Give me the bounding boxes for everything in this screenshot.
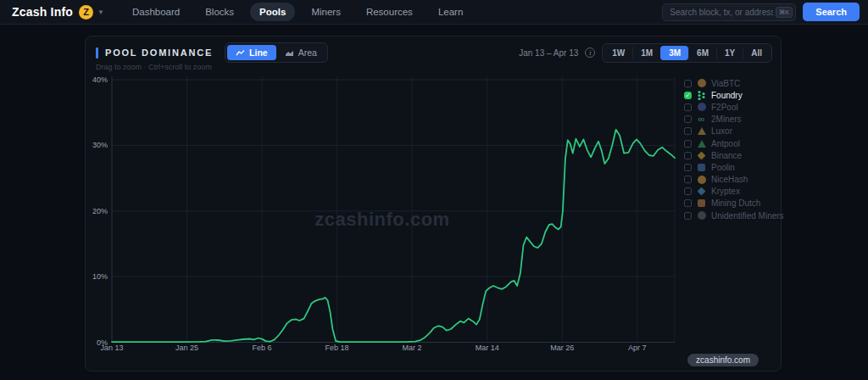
legend-checkbox[interactable]	[684, 212, 692, 220]
legend-item-2miners[interactable]: ∞2Miners	[684, 114, 784, 126]
nav-item-dashboard[interactable]: Dashboard	[123, 3, 189, 21]
legend-checkbox[interactable]	[684, 199, 692, 207]
legend-checkbox[interactable]	[684, 103, 692, 111]
brand-name: Zcash Info	[12, 5, 73, 19]
legend-checkbox[interactable]	[684, 127, 692, 135]
legend-label: Antpool	[711, 139, 740, 148]
keyboard-shortcut-badge: ⌘K	[776, 7, 793, 18]
svg-text:Apr 7: Apr 7	[628, 344, 647, 352]
svg-text:30%: 30%	[92, 141, 108, 149]
svg-text:Jan 13: Jan 13	[100, 344, 123, 352]
svg-text:10%: 10%	[92, 272, 108, 281]
svg-text:zcashinfo.com: zcashinfo.com	[314, 209, 449, 230]
legend-item-luxor[interactable]: Luxor	[684, 126, 784, 137]
legend-label: Mining Dutch	[711, 198, 760, 208]
chevron-down-icon[interactable]: ▼	[97, 8, 104, 16]
pool-legend: ViaBTC✓FoundryF2Pool∞2MinersLuxorAntpool…	[684, 77, 784, 221]
legend-checkbox[interactable]	[684, 152, 692, 159]
svg-text:Mar 26: Mar 26	[550, 344, 574, 352]
luxor-icon	[697, 126, 706, 136]
unidentified-miners-icon	[697, 211, 706, 221]
legend-checkbox[interactable]	[684, 140, 692, 148]
svg-text:Feb 18: Feb 18	[326, 344, 349, 352]
svg-text:Mar 2: Mar 2	[403, 344, 422, 352]
legend-checkbox[interactable]	[684, 176, 692, 183]
legend-item-kryptex[interactable]: Kryptex	[684, 186, 784, 198]
foundry-icon	[697, 91, 706, 100]
legend-item-foundry[interactable]: ✓Foundry	[684, 89, 784, 101]
mining-dutch-icon	[697, 198, 706, 208]
legend-checkbox[interactable]	[684, 80, 692, 87]
legend-item-antpool[interactable]: Antpool	[684, 137, 784, 149]
binance-icon	[697, 151, 706, 160]
legend-item-poolin[interactable]: Poolin	[684, 161, 784, 173]
legend-checkbox[interactable]	[684, 187, 692, 195]
svg-text:20%: 20%	[92, 207, 108, 215]
legend-checkbox[interactable]	[684, 115, 692, 123]
legend-item-mining-dutch[interactable]: Mining Dutch	[684, 198, 784, 210]
f2pool-icon	[697, 103, 706, 112]
svg-text:Feb 6: Feb 6	[253, 344, 272, 352]
dominance-chart[interactable]: 0%10%20%30%40%Jan 13Jan 25Feb 6Feb 18Mar…	[86, 36, 782, 372]
legend-label: Kryptex	[711, 187, 740, 196]
legend-label: Unidentified Miners	[711, 211, 784, 221]
nav-right: ⌘K Search	[662, 3, 860, 21]
legend-label: Luxor	[711, 126, 732, 136]
top-nav: Zcash Info Z ▼ DashboardBlocksPoolsMiner…	[0, 0, 868, 25]
zcash-logo-icon: Z	[79, 5, 93, 20]
legend-checkbox[interactable]	[684, 164, 692, 171]
legend-item-f2pool[interactable]: F2Pool	[684, 101, 784, 113]
nav-item-learn[interactable]: Learn	[429, 3, 472, 21]
nav-item-pools[interactable]: Pools	[250, 3, 295, 21]
legend-item-unidentified-miners[interactable]: Unidentified Miners	[684, 210, 784, 221]
legend-label: Poolin	[711, 163, 735, 172]
search-button[interactable]: Search	[803, 3, 860, 21]
pool-dominance-card: POOL DOMINANCE Line Area Jan 13 – Apr 13…	[85, 36, 782, 372]
svg-text:Jan 25: Jan 25	[175, 344, 198, 352]
nicehash-icon	[697, 175, 706, 184]
viabtc-icon	[697, 79, 706, 88]
svg-text:40%: 40%	[92, 75, 108, 84]
legend-label: NiceHash	[711, 175, 748, 184]
brand[interactable]: Zcash Info Z ▼	[12, 5, 104, 20]
svg-text:Mar 14: Mar 14	[476, 344, 499, 352]
poolin-icon	[697, 163, 706, 172]
kryptex-icon	[697, 187, 706, 196]
nav-item-blocks[interactable]: Blocks	[196, 3, 243, 21]
legend-item-nicehash[interactable]: NiceHash	[684, 174, 784, 186]
legend-label: F2Pool	[711, 103, 738, 112]
legend-item-viabtc[interactable]: ViaBTC	[684, 77, 784, 89]
legend-label: 2Miners	[711, 115, 742, 124]
nav-item-resources[interactable]: Resources	[357, 3, 422, 21]
antpool-icon	[697, 139, 706, 148]
search-wrap: ⌘K	[662, 3, 796, 21]
nav-item-miners[interactable]: Miners	[302, 3, 350, 21]
2miners-icon: ∞	[697, 115, 706, 124]
legend-checkbox[interactable]: ✓	[684, 92, 692, 99]
legend-label: Foundry	[711, 91, 743, 100]
legend-label: ViaBTC	[711, 79, 740, 88]
legend-item-binance[interactable]: Binance	[684, 149, 784, 161]
site-badge: zcashinfo.com	[687, 354, 759, 366]
nav-menu: DashboardBlocksPoolsMinersResourcesLearn	[123, 3, 472, 21]
legend-label: Binance	[711, 151, 742, 160]
